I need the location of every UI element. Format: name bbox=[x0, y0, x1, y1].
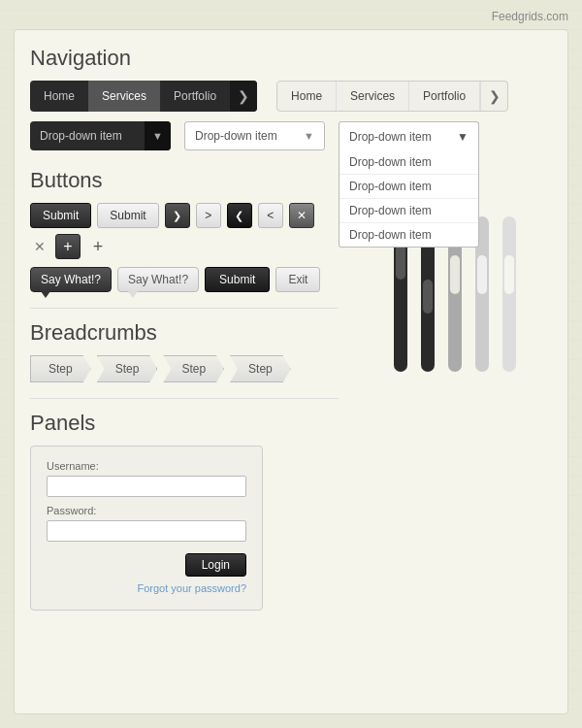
dark-dropdown-arrow: ▼ bbox=[145, 121, 171, 150]
dark-dropdown-label: Drop-down item bbox=[40, 129, 122, 143]
buttons-row-1: Submit Submit ❯ > ❮ < ✕ ✕ + + bbox=[30, 203, 339, 259]
dark-nav-arrow[interactable]: ❯ bbox=[230, 81, 257, 112]
dark-nav-portfolio[interactable]: Portfolio bbox=[160, 81, 230, 112]
scrollbar-thumb-5[interactable] bbox=[504, 255, 514, 294]
dropdown-option-3[interactable]: Drop-down item bbox=[340, 199, 478, 223]
username-label: Username: bbox=[47, 460, 246, 472]
breadcrumbs-title: Breadcrumbs bbox=[30, 320, 339, 346]
navigation-title: Navigation bbox=[30, 46, 552, 71]
scrollbar-thumb-3[interactable] bbox=[450, 255, 460, 294]
buttons-row-2: Say What!? Say What!? Submit Exit bbox=[30, 267, 339, 292]
buttons-title: Buttons bbox=[30, 168, 339, 193]
light-dropdown-arrow: ▼ bbox=[304, 130, 314, 142]
buttons-section: Buttons Submit Submit ❯ > ❮ < ✕ ✕ + + Sa… bbox=[30, 168, 339, 292]
breadcrumb-step-3[interactable]: Step bbox=[163, 355, 224, 382]
scrollbar-track-2[interactable] bbox=[421, 231, 435, 372]
light-nav-bar: Home Services Portfolio ❯ bbox=[276, 81, 508, 112]
login-button[interactable]: Login bbox=[185, 553, 246, 577]
scrollbar-track-5[interactable] bbox=[502, 216, 516, 372]
username-input[interactable] bbox=[47, 476, 246, 497]
speech-dark-button[interactable]: Say What!? bbox=[30, 267, 112, 292]
forgot-password-link[interactable]: Forgot your password? bbox=[47, 582, 246, 594]
breadcrumb-step-4[interactable]: Step bbox=[230, 355, 291, 382]
arrow-right-light-button[interactable]: > bbox=[196, 203, 221, 228]
x-light-button[interactable]: ✕ bbox=[30, 234, 49, 259]
scrollbar-5 bbox=[502, 207, 516, 372]
open-dropdown-arrow: ▼ bbox=[457, 130, 469, 144]
dropdown-option-2[interactable]: Drop-down item bbox=[340, 175, 478, 199]
password-label: Password: bbox=[47, 505, 246, 516]
arrow-right-dark-button[interactable]: ❯ bbox=[165, 203, 190, 228]
scrollbar-thumb-4[interactable] bbox=[477, 255, 487, 294]
submit-dark-button[interactable]: Submit bbox=[30, 203, 91, 228]
light-dropdown-label: Drop-down item bbox=[195, 129, 277, 143]
left-column: Buttons Submit Submit ❯ > ❮ < ✕ ✕ + + Sa… bbox=[30, 168, 339, 611]
divider-2 bbox=[30, 398, 339, 399]
light-nav-services[interactable]: Services bbox=[337, 82, 409, 111]
panels-title: Panels bbox=[30, 411, 339, 436]
dark-nav-services[interactable]: Services bbox=[88, 81, 160, 112]
panels-section: Panels Username: Password: Login Forgot … bbox=[30, 411, 339, 611]
nav-row: Home Services Portfolio ❯ Home Services … bbox=[30, 81, 552, 112]
site-logo: Feedgrids.com bbox=[492, 10, 568, 23]
dropdown-row: Drop-down item ▼ Drop-down item ▼ Drop-d… bbox=[30, 121, 552, 150]
plus-dark-button[interactable]: + bbox=[55, 234, 81, 259]
light-nav-home[interactable]: Home bbox=[277, 82, 337, 111]
dropdown-option-1[interactable]: Drop-down item bbox=[340, 150, 478, 175]
open-dropdown-header[interactable]: Drop-down item ▼ bbox=[339, 121, 479, 150]
divider-1 bbox=[30, 308, 339, 309]
breadcrumb-step-1[interactable]: Step bbox=[30, 355, 91, 382]
dropdown-option-4[interactable]: Drop-down item bbox=[340, 223, 478, 247]
submit-button[interactable]: Submit bbox=[205, 267, 270, 292]
arrow-left-light-button[interactable]: < bbox=[258, 203, 283, 228]
navigation-section: Navigation Home Services Portfolio ❯ Hom… bbox=[30, 46, 552, 150]
breadcrumbs-section: Breadcrumbs Step Step Step Step bbox=[30, 320, 339, 382]
x-dark-button[interactable]: ✕ bbox=[289, 203, 314, 228]
open-dropdown-list: Drop-down item Drop-down item Drop-down … bbox=[339, 150, 479, 248]
scrollbar-thumb-2[interactable] bbox=[423, 280, 433, 314]
login-panel: Username: Password: Login Forgot your pa… bbox=[30, 446, 263, 611]
dark-nav-home[interactable]: Home bbox=[30, 81, 88, 112]
main-card: Navigation Home Services Portfolio ❯ Hom… bbox=[14, 29, 568, 714]
dark-nav-bar: Home Services Portfolio ❯ bbox=[30, 81, 257, 112]
breadcrumbs-row: Step Step Step Step bbox=[30, 355, 339, 382]
speech-light-button[interactable]: Say What!? bbox=[117, 267, 199, 292]
breadcrumb-step-2[interactable]: Step bbox=[97, 355, 158, 382]
dark-dropdown[interactable]: Drop-down item ▼ bbox=[30, 121, 171, 150]
plus-light-button[interactable]: + bbox=[86, 234, 110, 259]
light-nav-arrow[interactable]: ❯ bbox=[480, 82, 507, 111]
exit-button[interactable]: Exit bbox=[275, 267, 320, 292]
light-dropdown[interactable]: Drop-down item ▼ bbox=[184, 121, 325, 150]
password-input[interactable] bbox=[47, 520, 246, 542]
open-dropdown-label: Drop-down item bbox=[349, 130, 432, 144]
arrow-left-dark-button[interactable]: ❮ bbox=[227, 203, 252, 228]
open-dropdown-wrap: Drop-down item ▼ Drop-down item Drop-dow… bbox=[339, 121, 479, 150]
submit-light-button[interactable]: Submit bbox=[97, 203, 158, 228]
light-nav-portfolio[interactable]: Portfolio bbox=[409, 82, 480, 111]
